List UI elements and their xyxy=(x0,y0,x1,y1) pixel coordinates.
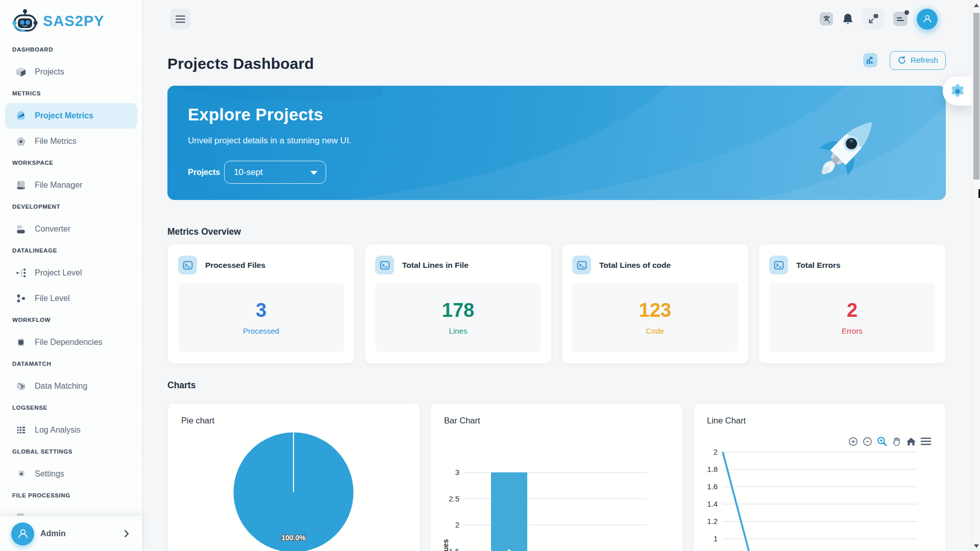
brand-name: SAS2PY xyxy=(43,13,104,30)
metric-label: Errors xyxy=(842,327,863,335)
brand-logo: SAS2PY xyxy=(0,0,142,36)
chart-title: Bar Chart xyxy=(444,416,669,425)
bar-gridlines xyxy=(463,472,647,551)
nav-section-development: DEVELOPMENT xyxy=(0,198,142,216)
nav-section-global-settings: GLOBAL SETTINGS xyxy=(0,443,142,461)
bar-y-ticks: 32.521.5 xyxy=(449,468,459,551)
nav-section-workflow: WORKFLOW xyxy=(0,311,142,330)
sidebar-item-label: Log Analysis xyxy=(35,425,81,435)
bar xyxy=(491,472,527,551)
projects-select[interactable]: 10-sept xyxy=(224,161,326,184)
sidebar-item-data-matching[interactable]: Data Matching xyxy=(5,373,137,399)
metric-value: 178 xyxy=(442,299,474,321)
bell-icon xyxy=(842,13,853,25)
chart-view-button[interactable] xyxy=(863,53,877,67)
sidebar-item-project-metrics[interactable]: Project Metrics xyxy=(5,103,137,129)
refresh-button[interactable]: Refresh xyxy=(890,51,946,70)
page-scrollbar[interactable] xyxy=(972,0,980,551)
sidebar-item-label: Converter xyxy=(35,224,70,234)
line-y-ticks: 21.81.61.41.21 xyxy=(707,447,718,543)
rocket-illustration xyxy=(805,109,887,190)
charts-section-title: Charts xyxy=(167,380,946,391)
sidebar-item-log-analysis[interactable]: Log Analysis xyxy=(5,417,137,443)
user-avatar xyxy=(917,9,938,30)
target-icon xyxy=(15,337,27,348)
branch-icon xyxy=(15,293,27,304)
clipped-nav-item-icon xyxy=(17,513,24,516)
sidebar-item-file-dependencies[interactable]: File Dependencies xyxy=(5,330,137,355)
pie-chart[interactable]: 100.0% xyxy=(181,430,408,551)
topbar-actions xyxy=(820,8,938,30)
nav-section-metrics: METRICS xyxy=(0,85,142,103)
user-avatar xyxy=(11,522,34,545)
y-tick-label: 1.6 xyxy=(707,482,718,491)
metric-title: Processed Files xyxy=(205,261,265,270)
metric-card-total-lines-of-code: Total Lines of code 123 Code xyxy=(561,244,749,364)
hamburger-icon xyxy=(176,15,185,23)
metric-card-processed-files: Processed Files 3 Processed xyxy=(167,244,355,364)
sidebar-item-project-level[interactable]: Project Level xyxy=(5,260,137,286)
sidebar-item-settings[interactable]: Settings xyxy=(5,461,137,487)
nav-section-logsense: LOGSENSE xyxy=(0,399,142,417)
bars-icon xyxy=(15,223,27,235)
collapse-button[interactable] xyxy=(863,8,884,30)
profile-button[interactable] xyxy=(917,9,938,30)
metric-body: 178 Lines xyxy=(375,283,541,352)
bar-chart[interactable]: 32.521.5 3 Values xyxy=(444,430,671,551)
whats-new-button[interactable] xyxy=(893,12,908,26)
sidebar-item-file-metrics[interactable]: File Metrics xyxy=(5,129,137,154)
metric-body: 123 Code xyxy=(572,283,738,352)
nav-section-workspace: WORKSPACE xyxy=(0,154,142,172)
y-tick-label: 1 xyxy=(714,534,718,543)
translate-button[interactable] xyxy=(820,12,833,26)
bar-chart-card: Bar Chart 32.521.5 3 Values xyxy=(430,403,683,551)
line-chart[interactable]: 21.81.61.41.21 xyxy=(707,430,934,551)
line-chart-card: Line Chart 21.81.61.41.21 xyxy=(693,403,946,551)
sidebar-user[interactable]: Admin xyxy=(0,516,142,551)
page-actions: Refresh xyxy=(863,51,946,70)
sidebar-item-converter[interactable]: Converter xyxy=(5,216,137,242)
nav-section-dashboard: DASHBOARD xyxy=(0,41,142,59)
sidebar-item-label: Project Level xyxy=(35,268,82,278)
sidebar-item-label: File Manager xyxy=(35,181,82,190)
sidebar-item-projects[interactable]: Projects xyxy=(5,59,137,85)
sidebar-item-file-level[interactable]: File Level xyxy=(5,286,137,311)
y-tick-label: 1.2 xyxy=(707,517,718,525)
line-gridlines xyxy=(723,452,917,539)
nav-section-file-processing: FILE PROCESSING xyxy=(0,487,142,505)
metric-value: 3 xyxy=(256,299,266,321)
page-title: Projects Dashboard xyxy=(167,55,314,72)
sidebar-item-file-manager[interactable]: File Manager xyxy=(5,172,137,198)
scrollbar-thumb[interactable] xyxy=(973,13,979,180)
y-tick-label: 3 xyxy=(455,468,459,477)
metrics-section-title: Metrics Overview xyxy=(167,227,946,237)
chevron-down-icon xyxy=(310,171,317,175)
trend-chart-icon xyxy=(15,110,27,121)
page-head: Projects Dashboard Refresh xyxy=(167,51,946,70)
sidebar-item-label: File Level xyxy=(35,294,69,303)
y-tick-label: 1.8 xyxy=(707,465,718,473)
metric-label: Code xyxy=(646,327,665,335)
pie-slice-label: 100.0% xyxy=(281,534,306,542)
pie-chart-card: Pie chart 100.0% xyxy=(167,403,420,551)
metric-value: 2 xyxy=(847,299,857,321)
bar-y-axis-title: Values xyxy=(444,539,450,551)
line-series xyxy=(723,452,769,551)
metric-card-total-lines-in-file: Total Lines in File 178 Lines xyxy=(364,244,552,364)
cube-icon xyxy=(15,66,27,78)
chart-cards: Pie chart 100.0% Bar Chart 32.521.5 3 Va… xyxy=(167,403,946,551)
chevron-right-icon[interactable] xyxy=(123,529,130,538)
scrollbar-up-arrow[interactable] xyxy=(972,1,980,9)
gear-icon xyxy=(948,82,967,101)
news-icon xyxy=(893,12,908,26)
refresh-label: Refresh xyxy=(911,56,938,65)
theme-settings-fab[interactable] xyxy=(943,77,972,106)
metric-card-total-errors: Total Errors 2 Errors xyxy=(758,244,946,364)
sidebar-toggle-button[interactable] xyxy=(170,9,190,29)
projects-select-value: 10-sept xyxy=(234,167,263,178)
scrollbar-down-arrow[interactable] xyxy=(972,542,980,550)
tree-icon xyxy=(15,267,27,279)
notifications-button[interactable] xyxy=(842,13,853,25)
topbar xyxy=(143,0,980,29)
y-tick-label: 1.4 xyxy=(707,499,718,508)
